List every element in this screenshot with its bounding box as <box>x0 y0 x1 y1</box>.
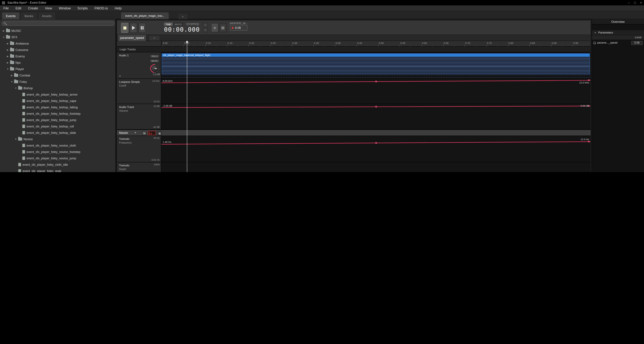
menu-fmodio[interactable]: FMOD.io <box>91 6 111 10</box>
transport-status: STOPPED <box>186 23 199 26</box>
folder-icon <box>10 55 14 58</box>
tree-item-folder[interactable]: Npc <box>0 59 116 66</box>
menu-scripts[interactable]: Scripts <box>74 6 91 10</box>
timeline-ruler[interactable]: 0.000.050.100.150.200.250.300.350.400.45… <box>117 41 590 47</box>
playhead[interactable] <box>187 41 187 172</box>
tree-item-event[interactable]: event_sfx_player_foley_bishop_slide <box>0 130 116 136</box>
menu-help[interactable]: Help <box>111 6 125 10</box>
collapse-arrow-icon[interactable] <box>14 87 18 89</box>
play-button[interactable] <box>130 23 137 33</box>
parameter-value-chip[interactable]: 0.06 <box>230 25 247 30</box>
tab-assets[interactable]: Assets <box>38 12 55 19</box>
collapse-arrow-icon[interactable] <box>10 80 14 83</box>
tree-item-label: Npc <box>16 61 21 64</box>
track-lowpass-cutoff: Lowpass Simple Cutoff 22 kHz 10 Hz 8.00 … <box>117 79 590 104</box>
tree-item-folder[interactable]: MUSIC <box>0 27 116 34</box>
tree-item-event[interactable]: event_sfx_player_foley_cloth_idle <box>0 161 116 168</box>
search-input[interactable] <box>2 21 114 26</box>
follow-toggle-icon[interactable]: • <box>203 28 208 32</box>
collapse-arrow-icon[interactable] <box>118 75 122 77</box>
automation-lane[interactable]: -2.00 dB 0.00 dB <box>161 104 590 130</box>
tree-item-event[interactable]: event_sfx_player_foley_bishop_falling <box>0 104 116 110</box>
event-icon <box>22 144 25 147</box>
layout-grid-button[interactable] <box>219 23 226 32</box>
expand-arrow-icon[interactable] <box>2 29 6 32</box>
track-header[interactable]: Audio 1 SOLO MUTE -1.9 dB <box>117 52 161 79</box>
menu-view[interactable]: View <box>42 6 56 10</box>
audio-clip[interactable]: sfx_player_magic_traversal_teleport_flig… <box>162 53 590 74</box>
track-header[interactable]: Lowpass Simple Cutoff 22 kHz 10 Hz <box>117 79 161 104</box>
close-button[interactable] <box>638 1 644 4</box>
chevron-down-icon[interactable] <box>134 131 136 134</box>
menu-window[interactable]: Window <box>56 6 74 10</box>
minimize-button[interactable] <box>626 1 632 4</box>
tree-item-event[interactable]: event_sfx_player_foley_novice_cloth <box>0 142 116 149</box>
tree-item-event[interactable]: event_sfx_player_foley_bishop_cape <box>0 98 116 104</box>
expand-arrow-icon[interactable] <box>6 55 10 57</box>
loop-toggle-icon[interactable]: • <box>203 23 208 27</box>
expand-arrow-icon[interactable] <box>6 42 10 45</box>
pause-button[interactable] <box>138 23 146 33</box>
menu-create[interactable]: Create <box>25 6 42 10</box>
tree-item-folder[interactable]: Combat <box>0 72 116 78</box>
tab-open-event[interactable]: event_sfx_player_magic_trav... <box>121 12 169 19</box>
collapse-arrow-icon[interactable] <box>14 138 18 140</box>
automation-lane[interactable]: 22% 34% <box>161 162 590 172</box>
collapse-arrow-icon[interactable] <box>594 31 597 34</box>
menu-edit[interactable]: Edit <box>12 6 24 10</box>
master-track-row[interactable]: Master M <box>117 130 590 136</box>
add-parameter-tab-button[interactable]: + <box>149 36 159 41</box>
tree-item-folder[interactable]: Bishop <box>0 85 116 91</box>
beats-mode-toggle[interactable]: BEATS <box>173 22 183 26</box>
tree-item-folder[interactable]: Enemy <box>0 53 116 59</box>
tree-item-event[interactable]: event_sfx_player_foley_novice_jump <box>0 155 116 161</box>
master-mute-button[interactable]: M <box>142 131 146 135</box>
tree-item-folder[interactable]: Player <box>0 66 116 72</box>
expand-arrow-icon[interactable] <box>6 48 10 51</box>
expand-arrow-icon[interactable] <box>10 74 14 77</box>
tree-item-event[interactable]: event_sfx_player_foley_bishop_roll <box>0 123 116 130</box>
time-mode-toggle[interactable]: TIME <box>164 22 173 26</box>
collapse-arrow-icon[interactable] <box>2 36 6 38</box>
mute-button[interactable]: MUTE <box>150 59 160 63</box>
maximize-button[interactable] <box>632 1 638 4</box>
expand-arrow-icon[interactable] <box>6 61 10 64</box>
tree-item-event[interactable]: event_sfx_player_foley_bishop_footstep <box>0 110 116 117</box>
automation-lane[interactable]: 1.40 Hz 12.0 Hz <box>161 136 590 162</box>
playhead-handle[interactable] <box>186 41 188 43</box>
tab-events[interactable]: Events <box>2 12 20 19</box>
ruler-tick-label: 0.10 <box>206 42 211 45</box>
add-event-tab-button[interactable]: + <box>178 14 188 19</box>
tree-item-event[interactable]: event_sfx_player_foley_bishop_armor <box>0 91 116 98</box>
tree-item-folder[interactable]: SFX <box>0 34 116 40</box>
window-title: Sacrifire.fspro* - Event Editor <box>0 1 46 4</box>
stop-button[interactable] <box>121 23 128 33</box>
solo-button[interactable]: SOLO <box>150 54 160 58</box>
tree-item-label: event_sfx_player_foley_bishop_jump <box>26 118 76 122</box>
track-header[interactable]: Tremolo Frequency 20 Hz 0.01 Hz <box>117 136 161 162</box>
automation-lane[interactable]: 8.00 kHz 22.0 kHz <box>161 79 590 104</box>
tree-item-folder[interactable]: Novice <box>0 136 116 142</box>
tree-item-event[interactable]: event_sfx_player_foley_grab <box>0 168 116 172</box>
menu-file[interactable]: File <box>0 6 12 10</box>
track-header[interactable]: Audio Track Volume 10 dB -oo dB <box>117 104 161 130</box>
ruler-tick-label: 0.30 <box>292 42 297 45</box>
collapse-arrow-icon[interactable] <box>6 68 10 70</box>
overview-title: Overview <box>592 19 644 24</box>
tab-parameter-speed[interactable]: parameter_speed <box>118 35 146 41</box>
parameter-row[interactable]: parame..._speed 0.06 <box>592 40 644 46</box>
gain-knob[interactable] <box>151 65 158 72</box>
tab-banks[interactable]: Banks <box>21 12 37 19</box>
tree-item-folder[interactable]: Ambience <box>0 40 116 47</box>
logic-tracks-header[interactable]: Logic Tracks <box>117 47 590 52</box>
audio-track-lane[interactable]: sfx_player_magic_traversal_teleport_flig… <box>161 52 590 79</box>
master-grid-icon[interactable] <box>157 131 162 135</box>
tree-item-event[interactable]: event_sfx_player_foley_novice_footstep <box>0 149 116 155</box>
tree-item-folder[interactable]: Cutscene <box>0 47 116 53</box>
track-header[interactable]: Tremolo Depth 100% 0% <box>117 162 161 172</box>
parameters-section-header[interactable]: Parameters <box>592 30 644 35</box>
tree-item-event[interactable]: event_sfx_player_foley_bishop_jump <box>0 117 116 123</box>
tree-item-folder[interactable]: Foley <box>0 78 116 85</box>
layout-list-button[interactable] <box>211 23 218 32</box>
parameter-value-input[interactable]: 0.06 <box>631 41 643 45</box>
